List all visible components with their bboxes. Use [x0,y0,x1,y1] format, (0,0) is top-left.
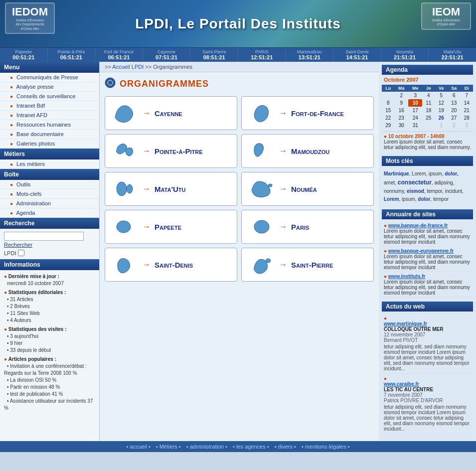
org-card-mata-utu[interactable]: → Mata'Utu [105,172,237,206]
sidebar-item-galeries[interactable]: ● Galeries photos [0,139,99,149]
sidebar-item-agenda[interactable]: ● Agenda [0,208,99,218]
city-fort-de-france: Fort de France 06:51:21 [95,48,143,62]
cal-day-25[interactable]: 25 [422,114,435,122]
intranet-bdf-link[interactable]: Intranet Bdf [16,103,45,109]
cal-day-10-today[interactable]: 10 [408,99,422,107]
sidebar-item-mots-clefs[interactable]: ● Mots-clefs [0,189,99,199]
cal-day-21[interactable]: 21 [461,107,474,114]
mc-martinique[interactable]: Martinique [384,171,409,176]
mc-consectetur[interactable]: consectetur [398,179,432,186]
cal-day-3[interactable]: 3 [408,92,422,99]
galeries-link[interactable]: Galeries photos [16,141,55,147]
popular-4: • test de publication 41 % [7,391,63,397]
footer-link-metiers[interactable]: • Métiers • [156,444,181,450]
cal-day-30[interactable]: 30 [394,122,408,129]
sidebar-item-outils[interactable]: ● Outils [0,180,99,189]
bullet-icon: ● [10,201,13,206]
footer-link-agences[interactable]: • les agences • [233,444,269,450]
cal-day-11[interactable]: 11 [422,99,435,107]
org-card-saint-pierre[interactable]: → Saint-Pierre [241,248,374,282]
annuaire-link-bce[interactable]: www.banque-europeenne.fr [388,248,454,254]
sidebar-item-analyse[interactable]: ● Analyse presse [0,82,99,92]
annuaire-link-bdf[interactable]: www.banque-de-france.fr [388,223,448,228]
cal-day-6[interactable]: 6 [448,92,460,99]
mc-lorem2[interactable]: Lorem [384,196,399,202]
search-button[interactable]: Rechercher [4,242,32,248]
mc-eismod[interactable]: eismod [407,188,424,194]
cal-day-9[interactable]: 9 [394,99,408,107]
sidebar-item-communiques[interactable]: ● Communiqués de Presse [0,73,99,82]
cal-day-27[interactable]: 27 [448,114,460,122]
communiques-link[interactable]: Communiqués de Presse [16,74,78,80]
lpdi-checkbox-container: LPDI [4,250,95,256]
org-card-cayenne[interactable]: → Cayenne [105,96,237,130]
breadcrumb-home[interactable]: Accueil LPDI [112,64,144,70]
cal-day-16[interactable]: 16 [394,107,408,114]
cal-day-22[interactable]: 22 [382,114,394,122]
org-card-pointe-a-pitre[interactable]: → Pointe-à-Pitre [105,134,237,168]
footer-link-divers[interactable]: • divers • [275,444,296,450]
annuaire-link-instituts[interactable]: www.instituts.fr [388,274,426,279]
metiers-link[interactable]: Les métiers [16,161,45,167]
footer-link-mentions[interactable]: • mentions légales • [302,444,349,450]
agenda-link[interactable]: Agenda [16,210,35,216]
mots-clefs-link[interactable]: Mots-clefs [16,191,41,197]
cal-day-13[interactable]: 13 [448,99,460,107]
administration-link[interactable]: Administration [16,200,51,206]
sidebar-item-intranet-bdf[interactable]: ● Intranet Bdf [0,101,99,111]
cal-day-15[interactable]: 15 [382,107,394,114]
cal-day-24[interactable]: 24 [408,114,422,122]
cal-day-18[interactable]: 18 [422,107,435,114]
org-card-mamoudzou[interactable]: → Mamoudzou [241,134,374,168]
org-card-paris[interactable]: → Paris [241,210,374,244]
cal-day-17[interactable]: 17 [408,107,422,114]
org-card-fort-de-france[interactable]: → Fort-de-France [241,96,374,130]
sidebar-item-rh[interactable]: ● Ressources humaines [0,120,99,130]
sidebar-item-metiers[interactable]: ● Les métiers [0,159,99,169]
org-grid: → Cayenne → Fort-de-France [105,96,374,282]
sidebar-item-administration[interactable]: ● Administration [0,199,99,208]
cal-day-8[interactable]: 8 [382,99,394,107]
sidebar-item-base-doc[interactable]: ● Base documentaire [0,130,99,139]
cal-day-23[interactable]: 23 [394,114,408,122]
footer-link-administration[interactable]: • administration • [186,444,227,450]
cal-day-19[interactable]: 19 [435,107,448,114]
city-saint-denis: Saint-Denis 14:51:21 [333,48,381,62]
lpdi-checkbox[interactable] [18,250,24,256]
mc-dolor2[interactable]: dolor [418,196,430,202]
cal-day-4[interactable]: 4 [422,92,435,99]
conseils-link[interactable]: Conseils de surveillance [16,93,76,99]
cal-day-empty [382,92,394,99]
popular-3: • Partir en mission 48 % [7,384,60,390]
org-card-papeete[interactable]: → Papeete [105,210,237,244]
actus-link-martinique[interactable]: www.martinique.fr [384,321,471,326]
cal-day-12[interactable]: 12 [435,99,448,107]
sidebar-item-intranet-afd[interactable]: ● Intranet AFD [0,111,99,120]
intranet-afd-link[interactable]: Intranet AFD [16,112,47,118]
arrow-icon: → [143,147,151,156]
last-update-label: Dernière mise à jour : [8,274,59,279]
actus-text-caraibe: tetur adipsing elit, sed diam nonnumy ei… [384,404,471,432]
footer-link-accueil[interactable]: • accueil • [127,444,151,450]
search-input[interactable] [4,232,84,241]
base-doc-link[interactable]: Base documentaire [16,131,64,137]
org-card-saint-denis[interactable]: → Saint-Denis [105,248,237,282]
cal-day-7[interactable]: 7 [461,92,474,99]
cal-day-20[interactable]: 20 [448,107,460,114]
right-panel: Agenda Octobre 2007 Lu Ma Me Je Ve Sa Di [379,62,476,441]
cal-day-31[interactable]: 31 [408,122,422,129]
actus-link-caraibe[interactable]: www.caraibe.fr [384,381,471,387]
cal-day-14[interactable]: 14 [461,99,474,107]
city-pointe-a-pitre: Pointe-à-Pitre 06:51:21 [48,48,96,62]
analyse-link[interactable]: Analyse presse [16,84,54,90]
outils-link[interactable]: Outils [16,181,30,187]
cal-day-2[interactable]: 2 [394,92,408,99]
rh-link[interactable]: Ressources humaines [16,122,71,128]
sidebar-item-conseils[interactable]: ● Conseils de surveillance [0,92,99,101]
cal-day-29[interactable]: 29 [382,122,394,129]
cal-day-28[interactable]: 28 [461,114,474,122]
cal-day-5[interactable]: 5 [435,92,448,99]
actus-section: Actus du web ● www.martinique.fr COLLOQU… [382,302,473,434]
org-card-noumea[interactable]: → Nouméa [241,172,374,206]
cal-day-26[interactable]: 26 [435,114,448,122]
